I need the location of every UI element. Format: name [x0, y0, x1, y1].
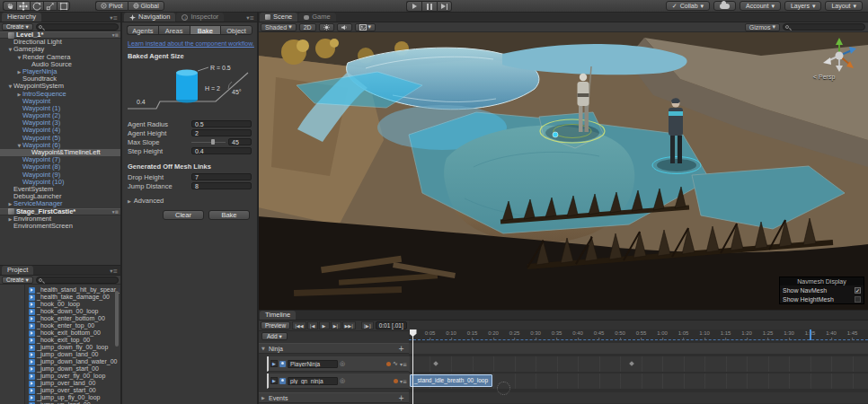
hierarchy-item[interactable]: Waypoint (3): [0, 119, 120, 127]
panel-splitter[interactable]: [121, 13, 122, 404]
project-item[interactable]: _hook_enter_bottom_00: [27, 315, 120, 322]
hierarchy-item[interactable]: Audio Source: [0, 61, 120, 68]
project-item[interactable]: _hook_down_00_loop: [27, 308, 120, 315]
panel-menu-icon[interactable]: ▾≡: [110, 14, 118, 22]
play-range-toggle[interactable]: [▶]: [361, 321, 374, 329]
track-binding-field[interactable]: PlayerNinja: [288, 360, 338, 368]
track-group-events[interactable]: ▶ Events +: [258, 392, 409, 403]
subtab-object[interactable]: Object: [220, 25, 252, 35]
curves-icon[interactable]: ∿: [393, 360, 398, 367]
hierarchy-item[interactable]: Waypoint (1): [0, 105, 120, 112]
hierarchy-item[interactable]: Waypoint (5): [0, 135, 120, 142]
component-workflow-link[interactable]: Learn instead about the component workfl…: [128, 40, 252, 47]
step-back-button[interactable]: |◀: [307, 321, 318, 329]
goto-start-button[interactable]: |◀◀: [292, 321, 306, 329]
project-item[interactable]: _health_stand_hit_by_spear_r: [27, 286, 120, 294]
tab-scene[interactable]: Scene: [260, 13, 297, 22]
project-item[interactable]: _jump_over_land_00: [27, 380, 120, 387]
hierarchy-item[interactable]: Waypoint&TimelineLeft: [0, 149, 120, 156]
checkbox[interactable]: [855, 296, 861, 303]
tab-hierarchy[interactable]: Hierarchy: [2, 13, 41, 22]
project-item[interactable]: _jump_over_start_00: [27, 387, 120, 394]
hierarchy-create-button[interactable]: Create▾: [2, 23, 33, 31]
project-item[interactable]: _jump_down_land_water_00: [27, 358, 120, 365]
timeline-play-button[interactable]: ▶: [319, 321, 330, 329]
hierarchy-item[interactable]: Waypoint (2): [0, 112, 120, 119]
project-item[interactable]: _hook_00_loop: [27, 301, 120, 308]
field-value-input[interactable]: 2: [191, 129, 252, 136]
step-forward-button[interactable]: ▶|: [331, 321, 341, 329]
subtab-agents[interactable]: Agents: [127, 25, 158, 35]
preview-toggle[interactable]: Preview: [261, 321, 290, 329]
field-value-input[interactable]: 0.4: [191, 147, 252, 154]
scene-orientation-gizmo[interactable]: [819, 36, 859, 75]
scale-tool-button[interactable]: [43, 1, 57, 11]
field-value-input[interactable]: 0.5: [191, 120, 252, 127]
project-scrollbar[interactable]: [115, 291, 119, 347]
panel-splitter[interactable]: [258, 13, 259, 404]
hierarchy-item[interactable]: ▶ PlayerNinja: [0, 68, 120, 75]
track-ply-gn-ninja[interactable]: ▶ ply_gn_ninja ◎ ▾≡: [267, 373, 409, 389]
field-value-input[interactable]: 45: [228, 138, 252, 145]
fold-icon[interactable]: ▶: [7, 200, 13, 207]
tab-game[interactable]: Game: [298, 13, 335, 22]
fold-icon[interactable]: ▼: [7, 46, 13, 53]
hierarchy-item[interactable]: EnvironmentScreen: [0, 223, 120, 230]
track-toggle-icon[interactable]: ▶: [270, 360, 278, 367]
scene-search-input[interactable]: [783, 23, 865, 31]
audio-toggle[interactable]: [337, 23, 352, 31]
project-folder-column[interactable]: [0, 285, 25, 404]
track-menu-icon[interactable]: ▾≡: [400, 361, 407, 367]
track-group-ninja[interactable]: ▼ Ninja +: [258, 343, 409, 354]
hierarchy-item[interactable]: ▶ IntroSequence: [0, 91, 120, 98]
max-slope-slider[interactable]: [191, 142, 226, 143]
advanced-foldout[interactable]: ▶Advanced: [128, 197, 252, 205]
bake-button[interactable]: Bake: [208, 210, 250, 220]
project-item[interactable]: _jump_over_fly_00_loop: [27, 373, 120, 380]
fold-icon[interactable]: ▼: [16, 142, 22, 149]
animation-clip[interactable]: _stand_idle_breath_00_loop: [410, 374, 492, 387]
tab-timeline[interactable]: Timeline: [260, 311, 296, 320]
2d-toggle[interactable]: 2D: [299, 23, 316, 31]
effects-dropdown[interactable]: ▾: [355, 23, 376, 31]
rotate-tool-button[interactable]: [30, 1, 43, 11]
project-item[interactable]: _jump_down_start_00: [27, 365, 120, 373]
project-item[interactable]: _hook_exit_top_00: [27, 337, 120, 344]
track-toggle-icon[interactable]: ▶: [270, 377, 278, 384]
global-toggle[interactable]: Global: [128, 1, 164, 11]
track-menu-icon[interactable]: ▾≡: [400, 378, 407, 384]
collab-button[interactable]: ✓Collab▾: [666, 1, 710, 11]
play-button[interactable]: [406, 1, 421, 12]
row-menu-icon[interactable]: ▾≡: [112, 31, 119, 39]
tab-project[interactable]: Project: [2, 266, 33, 275]
cloud-button[interactable]: [713, 1, 736, 11]
fold-icon[interactable]: ▼: [7, 83, 13, 90]
record-icon[interactable]: [386, 362, 391, 366]
project-create-button[interactable]: Create▾: [2, 277, 33, 284]
timecode-field[interactable]: 0:01 [.01]: [376, 321, 407, 329]
duration-marker[interactable]: [810, 329, 811, 340]
hierarchy-item[interactable]: Waypoint: [0, 98, 120, 105]
panel-menu-icon[interactable]: ▾≡: [110, 268, 118, 275]
checkbox[interactable]: ✓: [855, 287, 861, 294]
fold-icon[interactable]: ▶: [258, 395, 269, 400]
perspective-label[interactable]: < Persp: [813, 74, 835, 80]
hierarchy-item[interactable]: Waypoint (8): [0, 163, 120, 171]
fold-icon[interactable]: ▼: [258, 346, 269, 351]
hierarchy-item[interactable]: Waypoint (4): [0, 127, 120, 134]
hierarchy-search-input[interactable]: [36, 23, 119, 31]
tab-inspector[interactable]: iInspector: [176, 13, 224, 22]
scene-viewport[interactable]: < Persp Navmesh Display Show NavMesh ✓ S…: [258, 32, 868, 310]
track-playerninja[interactable]: ▶ PlayerNinja ◎ ∿ ▾≡: [267, 356, 409, 372]
subtab-areas[interactable]: Areas: [158, 25, 190, 35]
ply-gn-ninja-lane[interactable]: _stand_idle_breath_00_loop: [409, 373, 868, 389]
panel-menu-icon[interactable]: ▾≡: [246, 14, 254, 22]
playerninja-lane[interactable]: [409, 356, 868, 372]
layout-button[interactable]: Layout▾: [825, 1, 863, 11]
track-binding-field[interactable]: ply_gn_ninja: [288, 377, 338, 385]
timeline-clip-lane[interactable]: 0:050:100:150:200:250:300:350:400:450:50…: [409, 321, 868, 404]
playhead[interactable]: [412, 329, 413, 404]
layers-button[interactable]: Layers▾: [784, 1, 822, 11]
project-item[interactable]: _jump_down_fly_00_loop: [27, 344, 120, 351]
project-item[interactable]: _hook_enter_top_00: [27, 322, 120, 329]
